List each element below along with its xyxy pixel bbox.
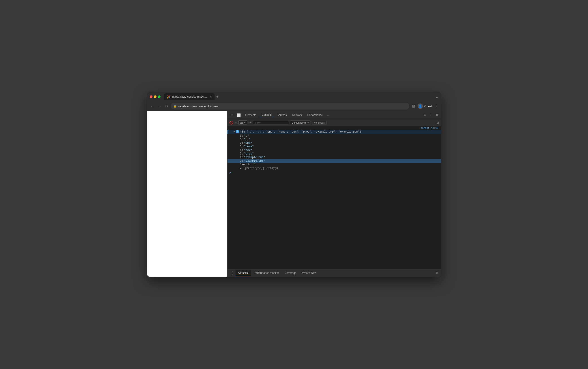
val-label: "tmp" <box>244 142 252 145</box>
page-content <box>147 111 227 277</box>
key-label: 3: <box>240 145 243 148</box>
array-item-2: 2: "tmp" <box>227 141 441 145</box>
bottom-tab-performance-monitor[interactable]: Performance monitor <box>251 270 282 276</box>
browser-window: 🎉 https://rapid-concise-muscle.g... × + … <box>147 92 441 277</box>
info-badge: i <box>236 130 239 133</box>
devtools-close-button[interactable]: ✕ <box>435 112 439 118</box>
maximize-window-button[interactable] <box>158 95 161 98</box>
key-label: 7: <box>240 159 243 163</box>
device-toggle-button[interactable]: ⬜ <box>235 113 242 118</box>
no-issues-button[interactable]: No Issues <box>312 121 327 125</box>
val-label: "dev" <box>244 149 252 152</box>
close-window-button[interactable] <box>150 95 152 98</box>
back-button[interactable]: ← <box>150 103 155 109</box>
new-tab-button[interactable]: + <box>215 94 220 99</box>
array-item-6: 6: "example.bmp" <box>227 156 441 159</box>
lock-icon: 🔒 <box>173 104 177 108</box>
console-toolbar: 🚫 ◎ top ▾ 👁 Default levels ▾ No Issues ⚙ <box>227 119 441 126</box>
console-output: script.js:10 ▼ i (8) ['.', '..', 'tmp', … <box>227 126 441 269</box>
bottom-tab-coverage[interactable]: Coverage <box>282 270 299 276</box>
more-tabs-icon[interactable]: » <box>326 113 330 118</box>
filter-input[interactable] <box>253 121 289 125</box>
log-level-label: Default levels <box>292 121 306 124</box>
address-input-wrap[interactable]: 🔒 <box>171 103 409 110</box>
context-arrow-icon: ▾ <box>244 121 246 124</box>
forward-button[interactable]: → <box>157 103 162 109</box>
profile-area[interactable]: 👤 Guest <box>418 103 432 109</box>
prototype-val: Array(0) <box>267 167 280 170</box>
key-label: 1: <box>240 138 243 141</box>
tab-network[interactable]: Network <box>290 112 304 118</box>
expand-array-button[interactable]: ▼ <box>233 131 235 133</box>
console-settings-button[interactable]: ⚙ <box>436 121 439 124</box>
array-item-5: 5: "proc" <box>227 152 441 156</box>
devtools-bottom-bar: ⋮ Console Performance monitor Coverage W… <box>227 269 441 277</box>
key-label: 4: <box>240 149 243 152</box>
devtools-toolbar: ⬡ ⬜ Elements Console Sources Network Per… <box>227 111 441 119</box>
tab-sources[interactable]: Sources <box>275 112 289 118</box>
eye-button[interactable]: 👁 <box>249 121 252 124</box>
bottom-more-button[interactable]: ⋮ <box>229 270 235 276</box>
prompt-chevron-icon: > <box>229 171 231 175</box>
tab-elements[interactable]: Elements <box>243 112 259 118</box>
length-entry: length: 8 <box>227 163 441 166</box>
devtools-panel: ⬡ ⬜ Elements Console Sources Network Per… <box>227 111 441 277</box>
console-clear-button[interactable]: 🚫 <box>229 121 233 124</box>
array-item-0: 0: "." <box>227 134 441 138</box>
array-item-7: 7: "example.pbm" <box>227 159 441 163</box>
val-label: "home" <box>244 145 254 148</box>
browser-tab[interactable]: 🎉 https://rapid-concise-muscle.g... × <box>164 93 214 100</box>
title-bar: 🎉 https://rapid-concise-muscle.g... × + … <box>147 92 441 101</box>
val-label: "example.pbm" <box>244 159 265 163</box>
tab-favicon-icon: 🎉 <box>167 95 171 99</box>
val-label: ".." <box>244 138 251 141</box>
console-no-filter-button[interactable]: ◎ <box>234 121 237 124</box>
console-prompt[interactable]: > <box>227 170 441 175</box>
traffic-lights <box>150 95 161 98</box>
main-area: ⬡ ⬜ Elements Console Sources Network Per… <box>147 111 441 277</box>
key-label: 0: <box>240 134 243 137</box>
console-entry-array: ▼ i (8) ['.', '..', 'tmp', 'home', 'dev'… <box>227 130 441 134</box>
key-label: 2: <box>240 142 243 145</box>
tab-console[interactable]: Console <box>260 112 274 118</box>
length-key: length: <box>240 163 251 166</box>
key-label: 5: <box>240 152 243 155</box>
val-label: "." <box>244 134 249 137</box>
log-level-arrow-icon: ▾ <box>307 121 309 124</box>
bottom-tab-console[interactable]: Console <box>235 270 251 276</box>
address-input[interactable] <box>178 104 407 108</box>
array-item-1: 1: ".." <box>227 138 441 141</box>
minimize-window-button[interactable] <box>154 95 157 98</box>
array-item-4: 4: "dev" <box>227 148 441 152</box>
array-item-3: 3: "home" <box>227 145 441 148</box>
inspect-element-button[interactable]: ⬡ <box>229 113 235 118</box>
address-bar: ← → ↻ 🔒 ⊡ 👤 Guest ⋮ <box>147 101 441 111</box>
length-val: 8 <box>254 163 255 166</box>
prototype-entry: ▶ [[Prototype]]: Array(0) <box>227 166 441 170</box>
devtools-settings-button[interactable]: ⚙ <box>423 112 427 118</box>
key-label: 6: <box>240 156 243 159</box>
more-menu-button[interactable]: ⋮ <box>434 103 438 109</box>
tab-title: https://rapid-concise-muscle.g... <box>172 95 208 98</box>
profile-label: Guest <box>424 104 432 108</box>
array-summary-text: (8) ['.', '..', 'tmp', 'home', 'dev', 'p… <box>240 130 361 133</box>
tab-close-button[interactable]: × <box>210 95 212 99</box>
prototype-key[interactable]: ▶ [[Prototype]]: <box>240 167 266 170</box>
val-label: "proc" <box>244 152 254 155</box>
window-dropdown-icon[interactable]: ⌄ <box>436 95 438 99</box>
context-label: top <box>240 121 243 124</box>
devtools-toggle-button[interactable]: ⊡ <box>411 103 416 109</box>
tab-performance[interactable]: Performance <box>305 112 325 118</box>
source-file-link[interactable]: script.js:10 <box>227 126 441 130</box>
address-bar-right: ⊡ 👤 Guest ⋮ <box>411 103 438 109</box>
bottom-tab-whats-new[interactable]: What's New <box>300 270 319 276</box>
tab-area: 🎉 https://rapid-concise-muscle.g... × + <box>164 93 434 100</box>
context-selector[interactable]: top ▾ <box>238 121 247 125</box>
devtools-more-button[interactable]: ⋮ <box>428 112 434 118</box>
log-level-selector[interactable]: Default levels ▾ <box>290 121 310 125</box>
bottom-close-button[interactable]: ✕ <box>435 270 439 276</box>
val-label: "example.bmp" <box>244 156 265 159</box>
profile-icon: 👤 <box>418 103 423 109</box>
reload-button[interactable]: ↻ <box>164 103 169 109</box>
